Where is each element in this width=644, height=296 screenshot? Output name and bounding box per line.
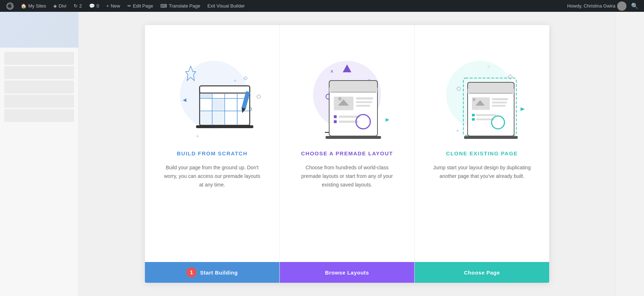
choose-premade-layout-card: + × (280, 25, 415, 283)
exit-builder-label: Exit Visual Builder (208, 3, 245, 9)
svg-rect-63 (476, 114, 496, 116)
cards-wrapper: + + (79, 12, 615, 296)
card-footer-premade: Browse Layouts (280, 262, 414, 283)
svg-rect-65 (476, 118, 494, 120)
svg-rect-45 (326, 136, 381, 139)
updates-icon: ↻ (74, 3, 78, 9)
svg-rect-11 (200, 86, 250, 93)
plus-icon: + (106, 3, 109, 9)
svg-rect-59 (492, 98, 508, 100)
svg-point-58 (473, 98, 475, 101)
choose-page-label: Choose Page (464, 270, 500, 276)
main-content: + + (0, 12, 644, 296)
card-description-clone: Jump start your layout design by duplica… (432, 164, 532, 181)
avatar (617, 1, 626, 11)
svg-text:○: ○ (487, 63, 490, 69)
updates-count: 2 (79, 3, 82, 9)
edit-page-menu[interactable]: ✏ Edit Page (124, 0, 157, 12)
edit-page-label: Edit Page (133, 3, 153, 9)
sidebar-item (4, 81, 74, 93)
svg-rect-38 (356, 101, 372, 103)
choose-premade-svg: + × (297, 39, 397, 140)
svg-rect-61 (492, 105, 506, 107)
search-icon[interactable]: 🔍 (628, 3, 641, 9)
admin-bar: 🏠 My Sites ◈ Divi ↻ 2 💬 0 + New ✏ Edit P… (0, 0, 644, 12)
sidebar (0, 12, 79, 296)
svg-rect-40 (334, 115, 337, 118)
card-footer-clone: Choose Page (415, 262, 549, 283)
translate-icon: ⌨ (160, 3, 167, 9)
updates-menu[interactable]: ↻ 2 (70, 0, 86, 12)
svg-point-3 (257, 95, 260, 98)
cards-container: + + (145, 25, 549, 283)
svg-rect-22 (196, 125, 253, 128)
svg-text:+: + (196, 133, 199, 139)
svg-text:×: × (330, 68, 333, 74)
comments-icon: 💬 (89, 3, 95, 9)
sidebar-item (4, 109, 74, 122)
start-building-label: Start Building (200, 270, 238, 276)
svg-rect-60 (492, 102, 507, 103)
howdy-text: Howdy, Christina Gwira (567, 3, 615, 9)
right-panel (615, 12, 644, 296)
clone-existing-page-card: ○ + (415, 25, 549, 283)
choose-premade-illustration: + × (297, 39, 397, 140)
svg-rect-62 (472, 114, 475, 116)
sidebar-item (4, 66, 74, 79)
my-sites-label: My Sites (28, 3, 46, 9)
clone-existing-illustration: ○ + (432, 39, 532, 140)
build-from-scratch-illustration: + + (162, 39, 262, 140)
svg-rect-67 (464, 136, 518, 139)
card-title-premade: CHOOSE A PREMADE LAYOUT (301, 150, 393, 156)
build-from-scratch-card: + + (145, 25, 280, 283)
sidebar-item (4, 95, 74, 108)
svg-text:+: + (456, 128, 459, 134)
wordpress-logo[interactable] (3, 0, 17, 12)
svg-rect-64 (472, 118, 475, 121)
my-sites-menu[interactable]: 🏠 My Sites (17, 0, 50, 12)
sidebar-items (0, 48, 78, 126)
comments-menu[interactable]: 💬 0 (86, 0, 103, 12)
my-sites-icon: 🏠 (21, 3, 26, 9)
comments-count: 0 (97, 3, 99, 9)
svg-rect-33 (329, 88, 377, 92)
start-building-button[interactable]: 1 Start Building (145, 262, 279, 283)
browse-layouts-button[interactable]: Browse Layouts (280, 262, 414, 283)
svg-marker-51 (521, 107, 525, 111)
start-building-badge: 1 (186, 267, 196, 277)
svg-rect-18 (213, 99, 224, 110)
card-title-scratch: BUILD FROM SCRATCH (177, 150, 248, 156)
card-footer-scratch: 1 Start Building (145, 262, 279, 283)
svg-rect-37 (356, 97, 373, 100)
divi-label: Divi (59, 3, 67, 9)
svg-rect-17 (200, 94, 211, 98)
translate-page-label: Translate Page (169, 3, 200, 9)
sidebar-item (4, 52, 74, 65)
new-menu[interactable]: + New (103, 0, 124, 12)
build-from-scratch-svg: + + (162, 39, 262, 140)
admin-bar-left: 🏠 My Sites ◈ Divi ↻ 2 💬 0 + New ✏ Edit P… (3, 0, 567, 12)
svg-rect-55 (468, 89, 514, 93)
svg-rect-19 (200, 112, 224, 125)
card-description-scratch: Build your page from the ground up. Don'… (162, 164, 262, 189)
edit-icon: ✏ (127, 3, 131, 9)
browse-layouts-label: Browse Layouts (325, 270, 369, 276)
divi-menu[interactable]: ◈ Divi (50, 0, 70, 12)
svg-rect-39 (356, 105, 370, 107)
svg-text:+: + (234, 78, 236, 83)
clone-existing-svg: ○ + (432, 39, 532, 140)
svg-marker-30 (386, 118, 389, 122)
svg-point-36 (338, 97, 342, 101)
sidebar-top (0, 12, 78, 48)
divi-icon: ◈ (53, 3, 57, 9)
new-label: New (111, 3, 120, 9)
admin-bar-right: Howdy, Christina Gwira 🔍 (567, 1, 641, 11)
svg-rect-42 (334, 120, 337, 123)
card-description-premade: Choose from hundreds of world-class prem… (297, 164, 397, 189)
translate-page-menu[interactable]: ⌨ Translate Page (157, 0, 204, 12)
exit-builder-menu[interactable]: Exit Visual Builder (204, 0, 249, 12)
card-title-clone: CLONE EXISTING PAGE (446, 150, 518, 156)
choose-page-button[interactable]: Choose Page (415, 262, 549, 283)
